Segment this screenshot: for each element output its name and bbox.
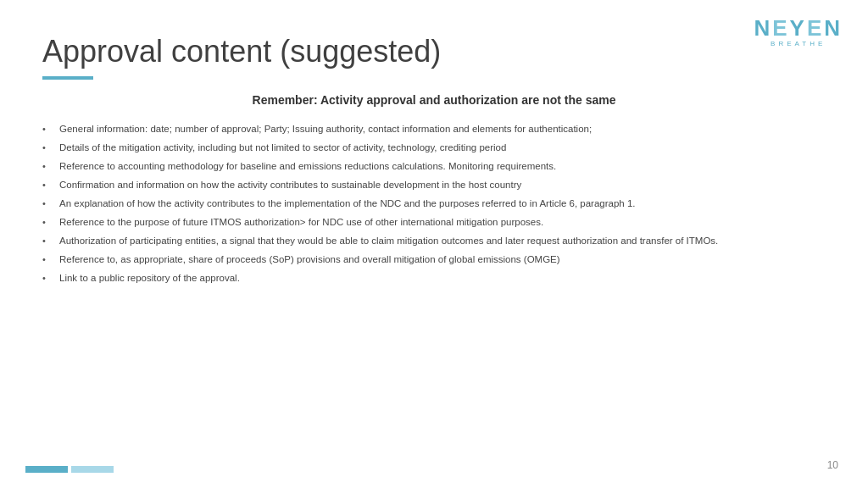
list-item: • Details of the mitigation activity, in…: [42, 141, 826, 155]
page-title: Approval content (suggested): [42, 34, 826, 69]
bullet-dot: •: [42, 160, 56, 174]
list-item: • Link to a public repository of the app…: [42, 271, 826, 286]
list-item: • General information: date; number of a…: [42, 122, 826, 136]
bullet-text: Authorization of participating entities,…: [59, 234, 826, 248]
bullet-list: • General information: date; number of a…: [42, 122, 826, 285]
bullet-text: Link to a public repository of the appro…: [59, 271, 826, 286]
bullet-dot: •: [42, 253, 56, 267]
bullet-dot: •: [42, 197, 56, 211]
bullet-dot: •: [42, 141, 56, 155]
bullet-dot: •: [42, 272, 56, 286]
bullet-text: Reference to the purpose of future ITMOS…: [59, 215, 826, 230]
title-underline: [42, 76, 93, 80]
list-item: • An explanation of how the activity con…: [42, 197, 826, 211]
page-number: 10: [827, 459, 838, 471]
list-item: • Authorization of participating entitie…: [42, 234, 826, 248]
bullet-dot: •: [42, 123, 56, 136]
bullet-text: An explanation of how the activity contr…: [59, 197, 826, 211]
bullet-dot: •: [42, 179, 56, 192]
bullet-text: Reference to accounting methodology for …: [59, 159, 826, 174]
list-item: • Confirmation and information on how th…: [42, 178, 826, 192]
list-item: • Reference to accounting methodology fo…: [42, 159, 826, 174]
logo-text: NEYEN: [754, 17, 843, 39]
bullet-text: Reference to, as appropriate, share of p…: [59, 252, 826, 267]
list-item: • Reference to, as appropriate, share of…: [42, 252, 826, 267]
subtitle: Remember: Activity approval and authoriz…: [42, 93, 826, 107]
list-item: • Reference to the purpose of future ITM…: [42, 215, 826, 230]
logo: NEYEN BREATHE: [754, 17, 843, 47]
bottom-bar-dark: [25, 466, 68, 473]
bullet-text: General information: date; number of app…: [59, 122, 826, 136]
bullet-dot: •: [42, 216, 56, 230]
bottom-bar-light: [71, 466, 114, 473]
logo-subtext: BREATHE: [771, 40, 826, 47]
slide: NEYEN BREATHE Approval content (suggeste…: [0, 0, 868, 488]
bullet-text: Details of the mitigation activity, incl…: [59, 141, 826, 155]
bullet-text: Confirmation and information on how the …: [59, 178, 826, 192]
bottom-decoration: [25, 466, 114, 473]
bullet-dot: •: [42, 235, 56, 248]
